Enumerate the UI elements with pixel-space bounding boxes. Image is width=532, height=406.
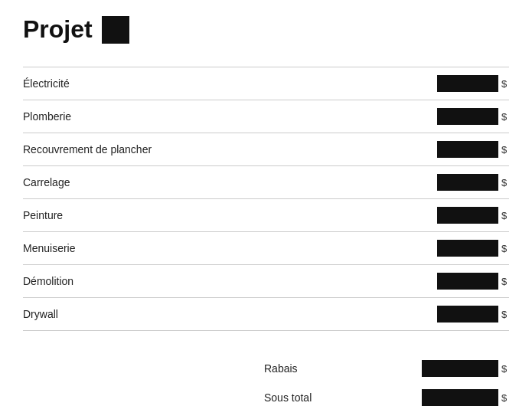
color-indicator[interactable] xyxy=(102,16,129,44)
page-header: Projet xyxy=(23,15,509,44)
sous-total-currency: $ xyxy=(501,392,509,404)
list-item: Démolition$ xyxy=(23,265,509,298)
rabais-label: Rabais xyxy=(264,362,298,375)
list-item: Recouvrement de plancher$ xyxy=(23,133,509,166)
list-item-value-group: $ xyxy=(437,174,509,191)
list-item-value-box[interactable] xyxy=(437,174,498,191)
list-item-value-group: $ xyxy=(437,207,509,224)
rabais-currency: $ xyxy=(501,363,509,375)
list-item: Carrelage$ xyxy=(23,166,509,199)
list-item-value-box[interactable] xyxy=(437,141,498,158)
list-item-value-box[interactable] xyxy=(437,207,498,224)
list-item-label: Recouvrement de plancher xyxy=(23,143,437,156)
list-item-value-box[interactable] xyxy=(437,273,498,290)
list-item: Électricité$ xyxy=(23,67,509,100)
list-item-label: Peinture xyxy=(23,209,437,221)
sous-total-value-box[interactable] xyxy=(422,389,498,406)
list-item-label: Démolition xyxy=(23,275,437,287)
list-item: Peinture$ xyxy=(23,199,509,232)
list-item-value-group: $ xyxy=(437,108,509,125)
list-item-value-group: $ xyxy=(437,240,509,257)
list-item: Plomberie$ xyxy=(23,100,509,133)
list-item: Menuiserie$ xyxy=(23,232,509,265)
summary-section: Rabais $ Sous total $ Montant $ xyxy=(23,354,509,406)
items-list: Électricité$Plomberie$Recouvrement de pl… xyxy=(23,67,509,331)
list-item-currency: $ xyxy=(501,144,509,156)
list-item-value-box[interactable] xyxy=(437,240,498,257)
page-title: Projet xyxy=(23,15,93,44)
list-item-currency: $ xyxy=(501,309,509,320)
list-item-value-group: $ xyxy=(437,75,509,92)
list-item-value-box[interactable] xyxy=(437,75,498,92)
list-item: Drywall$ xyxy=(23,298,509,331)
list-item-currency: $ xyxy=(501,243,509,254)
sous-total-value-group: $ xyxy=(422,389,509,406)
list-item-currency: $ xyxy=(501,210,509,221)
list-item-currency: $ xyxy=(501,78,509,90)
list-item-currency: $ xyxy=(501,177,509,188)
sous-total-row: Sous total $ xyxy=(264,383,509,406)
sous-total-label: Sous total xyxy=(264,391,312,404)
rabais-value-box[interactable] xyxy=(422,360,498,377)
rabais-value-group: $ xyxy=(422,360,509,377)
list-item-value-box[interactable] xyxy=(437,306,498,323)
list-item-label: Carrelage xyxy=(23,176,437,188)
list-item-currency: $ xyxy=(501,276,509,287)
list-item-label: Plomberie xyxy=(23,110,437,123)
list-item-currency: $ xyxy=(501,111,509,123)
list-item-value-box[interactable] xyxy=(437,108,498,125)
list-item-label: Électricité xyxy=(23,77,437,90)
list-item-label: Menuiserie xyxy=(23,242,437,254)
list-item-value-group: $ xyxy=(437,141,509,158)
rabais-row: Rabais $ xyxy=(264,354,509,383)
list-item-value-group: $ xyxy=(437,273,509,290)
list-item-value-group: $ xyxy=(437,306,509,323)
list-item-label: Drywall xyxy=(23,308,437,320)
